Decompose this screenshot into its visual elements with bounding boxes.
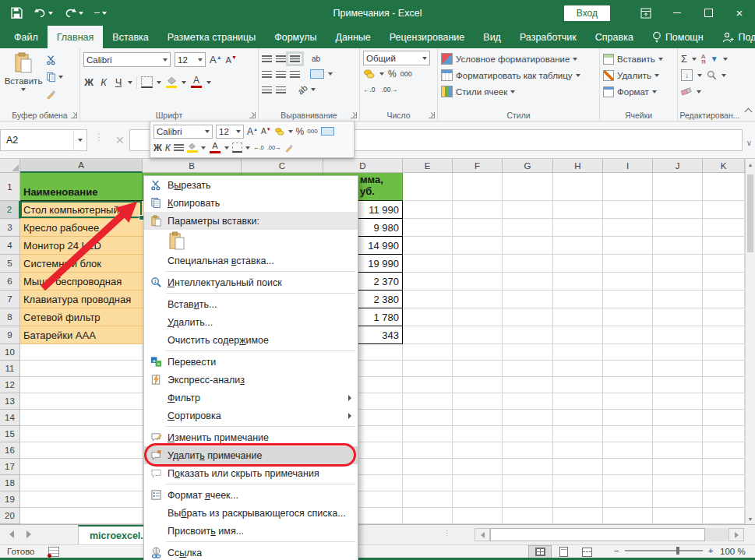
cell-F20[interactable] [453,508,503,524]
cell-F2[interactable] [453,201,503,219]
insert-cells-button[interactable]: Вставить [603,51,676,67]
row-header-7[interactable]: 7 [0,291,20,308]
merge-center-icon[interactable] [310,69,324,79]
cell-E6[interactable] [403,273,453,291]
cell-A4[interactable]: Монитор 24 LED [20,237,143,255]
row-header-18[interactable]: 18 [0,475,20,491]
align-top-icon[interactable] [262,55,272,62]
menu-item-сортировка[interactable]: Сортировка [144,407,358,424]
cell-H18[interactable] [553,475,603,491]
tab-Рецензирование[interactable]: Рецензирование [380,26,475,48]
comma-style-button[interactable]: 000 [400,70,412,78]
menu-item-показать-или-скрыть-примечания[interactable]: Показать или скрыть примечания [144,464,358,482]
cell-A1[interactable]: Наименование [20,173,143,201]
mini-comma-icon[interactable]: 000 [307,128,317,135]
tab-Вставка[interactable]: Вставка [103,26,157,48]
cell-I14[interactable] [603,410,653,426]
cell-G9[interactable] [503,326,553,344]
cell-E1[interactable] [403,173,453,201]
cell-J9[interactable] [653,326,703,344]
cell-H14[interactable] [553,410,603,426]
cell-F18[interactable] [453,475,503,491]
next-sheet-icon[interactable] [26,530,31,538]
cell-J16[interactable] [653,442,703,459]
format-as-table-button[interactable]: Форматировать как таблицу [441,67,598,83]
conditional-formatting-button[interactable]: Условное форматирование [441,51,598,67]
mini-font-color-icon[interactable]: А [209,142,221,153]
cell-A13[interactable] [20,393,143,410]
cell-A17[interactable] [20,459,143,475]
cell-E10[interactable] [403,344,453,361]
cell-G19[interactable] [503,491,553,508]
cell-J1[interactable] [653,173,703,201]
cell-J8[interactable] [653,308,703,326]
menu-item-параметры-вставки-[interactable]: Параметры вставки: [144,212,358,230]
mini-shrink-font-icon[interactable]: А▼ [261,127,271,136]
cell-E12[interactable] [403,377,453,393]
cut-button[interactable] [46,53,63,67]
clipboard-dialog-launcher-icon[interactable] [71,112,77,118]
cell-A3[interactable]: Кресло рабочее [20,219,143,237]
tab-Разработчик[interactable]: Разработчик [510,26,586,48]
cell-H8[interactable] [553,308,603,326]
cell-I4[interactable] [603,237,653,255]
cell-G10[interactable] [503,344,553,361]
cell-A6[interactable]: Мышь беспроводная [20,273,143,291]
menu-item-формат-ячеек-[interactable]: Формат ячеек... [144,486,358,504]
row-header-2[interactable]: 2 [0,201,20,219]
copy-button[interactable] [46,70,63,84]
mini-grow-font-icon[interactable]: А▲ [247,126,258,137]
scroll-up-icon[interactable]: ▲ [746,159,755,170]
cell-A12[interactable] [20,377,143,393]
row-header-14[interactable]: 14 [0,410,20,426]
cell-I7[interactable] [603,291,653,308]
cell-F17[interactable] [453,459,503,475]
cancel-entry-icon[interactable]: ✕ [115,134,125,146]
cell-I12[interactable] [603,377,653,393]
cell-G3[interactable] [503,219,553,237]
cell-H5[interactable] [553,255,603,273]
cell-K15[interactable] [703,426,745,442]
cell-J15[interactable] [653,426,703,442]
cell-F6[interactable] [453,273,503,291]
cell-G16[interactable] [503,442,553,459]
cell-K4[interactable] [703,237,745,255]
menu-item-копировать[interactable]: Копировать [144,194,358,212]
accounting-format-icon[interactable] [363,69,376,79]
underline-button[interactable]: Ч [113,76,124,88]
cell-J17[interactable] [653,459,703,475]
mini-font-name-combo[interactable]: Calibri [153,125,213,139]
cell-F19[interactable] [453,491,503,508]
tab-Поделиться[interactable]: Поделиться [713,26,755,48]
column-header-H[interactable]: H [553,159,603,173]
cell-F16[interactable] [453,442,503,459]
autosum-button[interactable]: Σ [681,53,687,65]
cell-E9[interactable] [403,326,453,344]
find-select-icon[interactable] [707,70,717,80]
wrap-text-icon[interactable]: ab [312,55,320,63]
scroll-right-icon[interactable] [729,528,744,541]
cell-E20[interactable] [403,508,453,524]
save-icon[interactable] [11,7,23,19]
column-header-C[interactable]: C [242,159,323,173]
cell-H3[interactable] [553,219,603,237]
expand-formula-bar-icon[interactable]: ∨ [746,139,752,147]
cell-A16[interactable] [20,442,143,459]
row-header-5[interactable]: 5 [0,255,20,273]
cell-A18[interactable] [20,475,143,491]
cell-G4[interactable] [503,237,553,255]
tab-Справка[interactable]: Справка [586,26,643,48]
cell-K18[interactable] [703,475,745,491]
cell-G12[interactable] [503,377,553,393]
horizontal-scroll-track[interactable] [705,528,729,541]
cell-E4[interactable] [403,237,453,255]
cell-H17[interactable] [553,459,603,475]
cell-H4[interactable] [553,237,603,255]
cell-J18[interactable] [653,475,703,491]
tab-Формулы[interactable]: Формулы [265,26,326,48]
tab-Данные[interactable]: Данные [326,26,380,48]
close-button[interactable]: × [724,0,755,26]
cell-K8[interactable] [703,308,745,326]
align-left-icon[interactable] [262,71,272,78]
cell-E17[interactable] [403,459,453,475]
